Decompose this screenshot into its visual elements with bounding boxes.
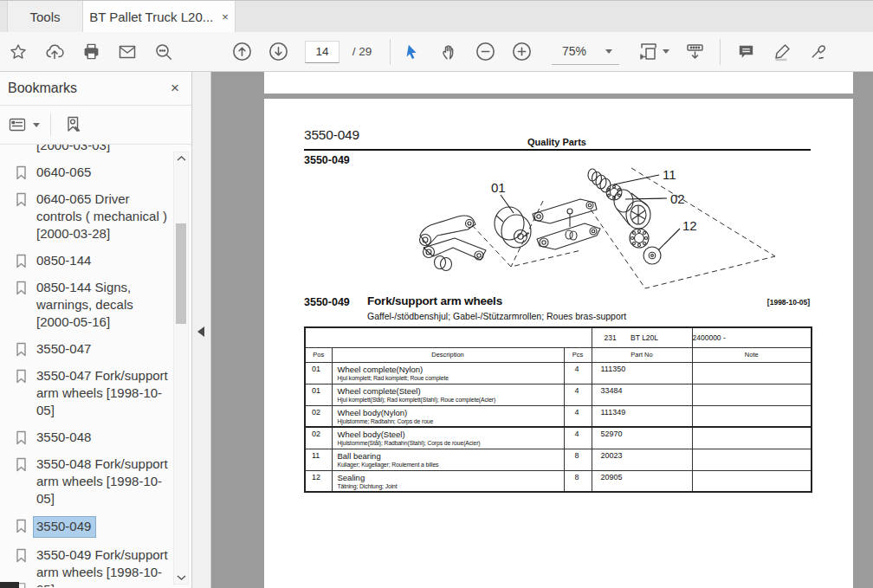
fill-sign-button[interactable]	[800, 36, 837, 68]
chevron-down-icon[interactable]	[33, 123, 40, 127]
table-row: 12 Sealing Tätning; Dichtung; Joint 8 20…	[305, 470, 812, 492]
bookmark-label: 3550-047 Fork/support arm wheels [1998-1…	[36, 367, 173, 419]
bookmark-item[interactable]: [2000-03-03]	[16, 145, 191, 154]
bookmark-item[interactable]: 0850-144	[16, 252, 191, 269]
print-button[interactable]	[73, 36, 109, 68]
tab-close-icon[interactable]: ×	[222, 11, 229, 23]
comment-icon	[736, 42, 756, 61]
section-subtitle: Gaffel-/stödbenshjul; Gabel-/Stützarmrol…	[367, 311, 626, 321]
page-number-input[interactable]	[305, 41, 340, 63]
bookmark-label: 3550-049	[34, 517, 95, 537]
tab-tools[interactable]: Tools	[7, 1, 83, 32]
bookmark-item[interactable]: 0850-144 Signs, warnings, decals [2000-0…	[16, 279, 191, 331]
tab-document[interactable]: BT Pallet Truck L20... ×	[83, 1, 236, 32]
toolbar-divider	[720, 39, 721, 65]
cell-note	[692, 470, 812, 492]
desc-main: Wheel body(Steel)	[333, 430, 564, 439]
previous-page-button[interactable]	[223, 36, 260, 68]
bookmark-item[interactable]: 0640-065 Driver controls ( mechanical ) …	[16, 191, 191, 242]
cell-note	[692, 384, 812, 405]
table-row: 02 Wheel body(Steel) Hjulstomme(Stål); R…	[305, 427, 812, 449]
bookmark-icon	[16, 254, 27, 268]
col-header-pos: Pos	[305, 347, 332, 362]
desc-sub: Hjulstomme(Stål); Radbahn(Stahl); Corps …	[333, 440, 564, 446]
bookmark-icon	[16, 281, 27, 295]
zoom-in-icon	[511, 41, 533, 62]
col-header-pcs: Pcs	[564, 347, 592, 362]
zoom-level-control[interactable]: 75%	[552, 39, 619, 65]
zoom-out-button[interactable]	[467, 36, 503, 68]
hand-tool-button[interactable]	[430, 36, 467, 68]
highlight-button[interactable]	[764, 36, 800, 68]
bookmark-label: 3550-047	[36, 340, 91, 358]
desc-sub: Kullager; Kugellager; Roulement a billes	[333, 462, 564, 468]
search-button[interactable]	[146, 36, 182, 68]
cell-description: Sealing Tätning; Dichtung; Joint	[332, 470, 564, 492]
cell-description: Wheel complete(Nylon) Hjul komplett; Rad…	[332, 362, 564, 384]
tab-tools-label: Tools	[29, 10, 60, 24]
scroll-up-icon[interactable]	[177, 156, 186, 161]
bookmark-icon	[16, 369, 27, 384]
bookmark-options-icon[interactable]	[7, 114, 28, 135]
table-row: 11 Ball bearing Kullager; Kugellager; Ro…	[305, 449, 812, 470]
header-rule	[304, 149, 811, 151]
model-row: 231 BT L20L 2400000 -	[305, 327, 812, 347]
bookmark-item[interactable]: 3550-049	[16, 517, 191, 537]
zoom-out-icon	[475, 41, 496, 62]
comment-button[interactable]	[728, 36, 764, 68]
bookmarks-close-icon[interactable]: ×	[171, 80, 179, 97]
locate-bookmark-icon[interactable]	[61, 113, 84, 136]
bookmarks-scrollbar[interactable]	[173, 152, 189, 585]
diagram-label-11: 11	[663, 167, 676, 182]
diagram-label-12: 12	[682, 218, 697, 233]
desc-main: Sealing	[333, 473, 564, 482]
desc-main: Wheel complete(Steel)	[333, 386, 564, 396]
bookmarks-title: Bookmarks	[8, 81, 77, 96]
bookmark-item[interactable]: 3550-049 Fork/support arm wheels [1998-1…	[16, 546, 191, 587]
table-row: 01 Wheel complete(Steel) Hjul komplett(S…	[305, 384, 812, 405]
parts-diagram: 01 11 02 12	[385, 166, 784, 296]
tab-document-label: BT Pallet Truck L20...	[89, 10, 213, 24]
desc-main: Wheel body(Nylon)	[333, 408, 564, 417]
section-date: [1998-10-05]	[304, 298, 810, 307]
pdf-page: 3550-049 Quality Parts 3550-049	[264, 99, 853, 588]
share-button[interactable]	[36, 36, 73, 68]
next-page-button[interactable]	[260, 36, 296, 68]
toolbar: / 29 75%	[0, 32, 873, 72]
document-area[interactable]: 3550-049 Quality Parts 3550-049	[211, 72, 873, 588]
bookmarks-options-bar	[0, 106, 191, 145]
fit-width-button[interactable]	[633, 36, 673, 68]
scroll-down-icon[interactable]	[177, 575, 186, 580]
cell-note	[692, 427, 812, 449]
zoom-level-value: 75%	[562, 44, 586, 58]
bookmark-icon	[16, 457, 27, 472]
zoom-in-button[interactable]	[503, 36, 540, 68]
serial-range: 2400000 -	[692, 327, 812, 347]
bookmark-item[interactable]: 3550-048 Fork/support arm wheels [1998-1…	[16, 456, 191, 507]
collapse-panel-icon[interactable]	[197, 326, 204, 337]
cell-description: Wheel body(Steel) Hjulstomme(Stål); Radb…	[332, 427, 564, 449]
bookmark-label: 3550-048	[36, 429, 91, 446]
bookmark-item[interactable]: 0640-065	[16, 164, 191, 181]
cell-pos: 01	[305, 362, 332, 384]
model-cell: 231 BT L20L	[592, 327, 692, 347]
scroll-mode-button[interactable]	[676, 36, 713, 68]
page-doc-number-bold: 3550-049	[304, 154, 350, 166]
bookmark-item[interactable]: 3550-047	[16, 340, 191, 358]
desc-sub: Hjul komplett(Stål); Rad komplett(Stahl)…	[333, 397, 564, 403]
scrollbar-thumb[interactable]	[176, 223, 186, 324]
bookmarks-panel: Bookmarks × [2000-03-03] 0640-065 0640-0…	[0, 72, 192, 588]
page-up-icon	[231, 41, 253, 62]
bookmark-item[interactable]: 3550-047 Fork/support arm wheels [1998-1…	[16, 367, 191, 419]
cell-description: Wheel complete(Steel) Hjul komplett(Stål…	[332, 384, 564, 405]
email-button[interactable]	[109, 36, 146, 68]
bookmark-item[interactable]: 3550-048	[16, 429, 191, 446]
email-icon	[117, 42, 138, 62]
options-divider	[50, 113, 51, 136]
bookmark-label: 0850-144 Signs, warnings, decals [2000-0…	[36, 279, 173, 331]
select-tool-button[interactable]	[394, 36, 430, 68]
star-button[interactable]	[0, 36, 36, 68]
pdf-viewer-window: Tools BT Pallet Truck L20... × /	[0, 0, 873, 588]
bookmark-icon	[16, 430, 27, 445]
search-icon	[153, 42, 174, 62]
